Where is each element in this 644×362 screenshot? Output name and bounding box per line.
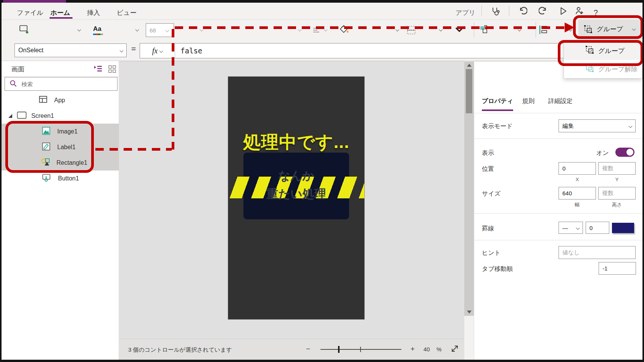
divider xyxy=(474,213,643,214)
toolbar-separator xyxy=(536,22,536,37)
border-color-swatch[interactable] xyxy=(612,223,634,233)
chevron-down-icon[interactable] xyxy=(77,28,81,32)
tab-properties[interactable]: プロパティ xyxy=(482,97,513,105)
faint-label-line2[interactable]: 重たい処理 xyxy=(243,186,349,202)
menu-insert[interactable]: 挿入 xyxy=(87,8,100,17)
annotation-dashed-line-vertical xyxy=(172,29,174,150)
redo-icon[interactable] xyxy=(539,6,548,17)
search-icon xyxy=(10,80,17,88)
tab-order-label: タブ移動順 xyxy=(482,265,513,273)
scroll-down-icon[interactable] xyxy=(467,311,472,314)
button-icon xyxy=(42,173,51,183)
play-icon[interactable] xyxy=(559,6,568,17)
tree-item-app[interactable]: App xyxy=(2,92,119,108)
app-icon xyxy=(39,96,47,105)
annotation-rect-tree-selection xyxy=(5,121,94,173)
menu-view[interactable]: ビュー xyxy=(117,8,137,17)
menubar-separator xyxy=(481,6,482,16)
window-right-border xyxy=(642,0,644,362)
display-mode-select[interactable]: 編集 xyxy=(559,119,636,132)
zoom-value: 40 xyxy=(423,346,430,352)
position-y-input[interactable]: 複数 xyxy=(598,162,636,175)
annotation-rect-group-menu-item xyxy=(558,40,643,66)
window-top-border xyxy=(0,0,644,3)
divider xyxy=(474,138,643,139)
position-x-input[interactable]: 0 xyxy=(559,162,596,175)
zoom-out-button[interactable]: − xyxy=(306,345,310,353)
zoom-slider-midtick xyxy=(360,347,361,352)
tree-item-label: App xyxy=(54,97,65,104)
hint-input[interactable]: 値なし xyxy=(559,246,636,259)
zoom-slider-track[interactable] xyxy=(320,349,401,350)
new-screen-icon xyxy=(19,24,30,36)
property-selector[interactable]: OnSelect xyxy=(14,43,127,57)
screen-icon xyxy=(17,111,27,121)
y-caption: Y xyxy=(598,177,636,182)
chevron-down-icon[interactable] xyxy=(135,28,139,32)
status-bar: 3 個のコントロールが選択されています − + 40 % xyxy=(119,339,464,360)
menu-file[interactable]: ファイル xyxy=(17,8,43,17)
tree-view-icon[interactable] xyxy=(94,65,102,74)
toolbar-separator xyxy=(474,22,474,37)
processing-title-label[interactable]: 処理中です... xyxy=(228,130,364,154)
width-caption: 幅 xyxy=(559,201,596,208)
search-input[interactable] xyxy=(21,80,112,88)
annotation-dashed-line-top xyxy=(175,26,565,29)
screens-panel: 画面 App xyxy=(2,61,119,360)
zoom-percent-sign: % xyxy=(436,346,441,352)
scrollbar-thumb[interactable] xyxy=(466,69,472,113)
search-box[interactable] xyxy=(5,77,118,91)
panel-title: 画面 xyxy=(11,65,24,74)
property-selector-value: OnSelect xyxy=(18,47,43,54)
menubar-separator xyxy=(509,6,509,16)
formula-text[interactable]: false xyxy=(175,47,202,55)
x-caption: X xyxy=(559,177,596,182)
powerapps-studio-window: ファイル ホーム 挿入 ビュー アプリ ? 新しい画面 Aa xyxy=(0,0,644,362)
toolbar: 新しい画面 Aa テーマ 68 B I U abc A 塗りつぶし 罫線 xyxy=(2,20,642,40)
menu-bar: ファイル ホーム 挿入 ビュー アプリ ? xyxy=(2,3,642,20)
canvas-scrollbar[interactable] xyxy=(464,61,474,316)
annotation-dashed-line-tree xyxy=(95,148,172,151)
display-mode-value: 編集 xyxy=(562,122,574,130)
zoom-in-button[interactable]: + xyxy=(411,345,415,353)
tab-advanced[interactable]: 詳細設定 xyxy=(548,97,573,105)
menu-home[interactable]: ホーム xyxy=(50,8,70,17)
fullscreen-expand-icon[interactable] xyxy=(450,344,459,355)
size-label: サイズ xyxy=(482,190,501,198)
active-tab-underline xyxy=(482,109,513,111)
size-width-input[interactable]: 640 xyxy=(559,187,596,200)
tree-item-label: Screen1 xyxy=(31,113,54,119)
scroll-up-icon[interactable] xyxy=(467,64,472,67)
visible-state-label: オン xyxy=(596,149,609,157)
border-width-input[interactable]: 0 xyxy=(586,222,609,234)
divider xyxy=(474,240,643,240)
home-tab-underline xyxy=(50,17,72,19)
theme-aa-icon: Aa xyxy=(93,25,101,33)
border-style-select[interactable]: — xyxy=(559,222,583,234)
position-label: 位置 xyxy=(482,165,494,173)
thumbnail-view-icon[interactable] xyxy=(108,65,116,74)
selection-status: 3 個のコントロールが選択されています xyxy=(128,346,232,354)
tree-item-button1[interactable]: Button1 xyxy=(2,171,119,186)
menu-app[interactable]: アプリ xyxy=(456,8,475,17)
hint-label: ヒント xyxy=(482,249,501,257)
tree-item-label: Button1 xyxy=(58,175,79,182)
visible-label: 表示 xyxy=(482,149,494,157)
size-height-input[interactable]: 複数 xyxy=(598,187,636,200)
font-size-input[interactable]: 68 xyxy=(146,23,174,37)
border-label: 罫線 xyxy=(482,225,494,233)
expander-icon[interactable] xyxy=(8,113,12,119)
window-left-border xyxy=(0,0,2,362)
zoom-slider-thumb[interactable] xyxy=(338,346,340,353)
window-top-accent xyxy=(3,0,66,3)
formula-bar: OnSelect = fx false xyxy=(2,40,642,61)
tab-rules[interactable]: 規則 xyxy=(522,97,535,105)
height-caption: 高さ xyxy=(598,201,636,208)
fx-selector[interactable]: fx xyxy=(140,43,175,58)
undo-icon[interactable] xyxy=(518,6,527,17)
tab-order-input[interactable]: -1 xyxy=(599,262,636,275)
app-checker-icon[interactable] xyxy=(490,6,500,18)
annotation-rect-group-button xyxy=(573,15,643,39)
visible-toggle[interactable] xyxy=(615,148,634,157)
faint-label-line1[interactable]: なんか xyxy=(243,168,349,184)
